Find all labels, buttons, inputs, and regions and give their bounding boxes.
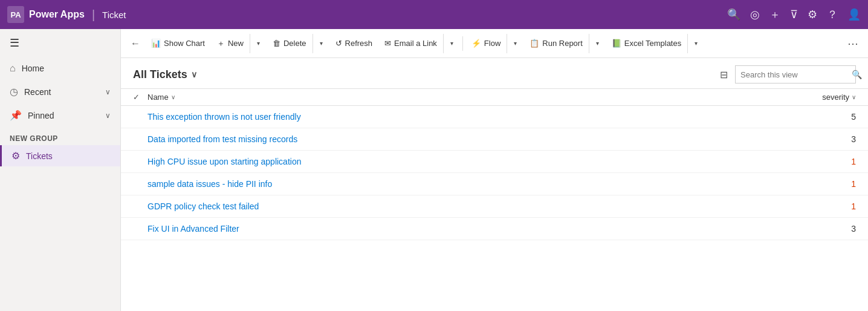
ticket-severity: 5: [783, 112, 856, 122]
flow-label: Flow: [484, 39, 500, 48]
ticket-name-link[interactable]: Fix UI in Advanced Filter: [147, 224, 783, 234]
email-chevron[interactable]: ▾: [443, 34, 460, 53]
search-submit-button[interactable]: 🔍: [847, 70, 867, 79]
sidebar-item-tickets[interactable]: ⚙ Tickets: [0, 145, 120, 166]
help-icon[interactable]: ？: [827, 7, 838, 22]
ticket-severity: 1: [783, 201, 856, 211]
table-row: sample data issues - hide PII info 1: [121, 173, 868, 195]
flow-button[interactable]: ⚡ Flow: [465, 35, 507, 51]
sidebar-item-home[interactable]: ⌂ Home: [0, 57, 120, 80]
home-icon: ⌂: [10, 63, 16, 74]
compass-icon[interactable]: ◎: [750, 8, 760, 21]
table-row: Data imported from test missing records …: [121, 128, 868, 151]
gear-icon[interactable]: ⚙: [808, 8, 817, 21]
tickets-table: ✓ Name ∨ severity ∨ This exception throw…: [121, 89, 868, 311]
severity-sort-icon: ∨: [852, 94, 856, 100]
main-content: ← 📊 Show Chart ＋ New ▾ 🗑 Delete ▾ ↺ Refr…: [121, 29, 868, 311]
check-col-header: ✓: [133, 93, 147, 102]
list-title: All Tickets ∨: [133, 68, 197, 81]
run-report-icon: 📋: [530, 39, 539, 48]
app-body: ☰ ⌂ Home ◷ Recent ∨ 📌 Pinned ∨ New Group…: [0, 29, 868, 311]
ticket-name-link[interactable]: GDPR policy check test failed: [147, 201, 783, 211]
refresh-icon: ↺: [335, 39, 342, 48]
table-column-headers: ✓ Name ∨ severity ∨: [121, 89, 868, 106]
list-filter-icon[interactable]: ⊟: [720, 69, 728, 80]
list-title-text: All Tickets: [133, 68, 187, 81]
email-link-button[interactable]: ✉ Email a Link: [378, 35, 443, 51]
hamburger-menu[interactable]: ☰: [0, 29, 120, 57]
ticket-name-link[interactable]: High CPU issue upon starting application: [147, 157, 783, 166]
home-label: Home: [22, 64, 111, 73]
sidebar-item-pinned[interactable]: 📌 Pinned ∨: [0, 103, 120, 127]
delete-button[interactable]: 🗑 Delete: [267, 35, 313, 51]
recent-icon: ◷: [10, 86, 18, 97]
new-label: New: [228, 39, 244, 48]
cmd-divider-1: [462, 36, 463, 51]
name-sort-icon: ∨: [171, 94, 175, 100]
table-row: This exception thrown is not user friend…: [121, 106, 868, 128]
excel-chevron[interactable]: ▾: [687, 34, 704, 53]
nav-title: Ticket: [102, 10, 126, 20]
delete-chevron[interactable]: ▾: [313, 34, 329, 53]
search-icon[interactable]: 🔍: [727, 8, 740, 21]
pinned-chevron-icon: ∨: [105, 111, 111, 120]
pinned-label: Pinned: [28, 111, 99, 120]
ticket-severity: 1: [783, 179, 856, 189]
show-chart-icon: 📊: [151, 39, 161, 48]
app-brand: PA Power Apps: [7, 6, 85, 23]
ticket-severity: 3: [783, 134, 856, 144]
refresh-label: Refresh: [345, 39, 373, 48]
excel-templates-button[interactable]: 📗 Excel Templates: [606, 35, 687, 51]
filter-icon[interactable]: ⊽: [790, 8, 798, 21]
command-bar: ← 📊 Show Chart ＋ New ▾ 🗑 Delete ▾ ↺ Refr…: [121, 29, 868, 58]
email-link-label: Email a Link: [394, 39, 437, 48]
ticket-name-link[interactable]: This exception thrown is not user friend…: [147, 112, 783, 122]
recent-chevron-icon: ∨: [105, 88, 111, 96]
table-rows-container: This exception thrown is not user friend…: [121, 106, 868, 240]
excel-templates-label: Excel Templates: [624, 39, 681, 48]
user-icon[interactable]: 👤: [847, 8, 861, 21]
back-button[interactable]: ←: [126, 34, 145, 53]
show-chart-label: Show Chart: [164, 39, 205, 48]
new-group-label: New Group: [0, 127, 120, 145]
run-report-chevron[interactable]: ▾: [589, 34, 606, 53]
sidebar-item-recent[interactable]: ◷ Recent ∨: [0, 80, 120, 103]
run-report-label: Run Report: [542, 39, 582, 48]
email-icon: ✉: [384, 39, 391, 48]
nav-icons: 🔍 ◎ ＋ ⊽ ⚙ ？ 👤: [727, 7, 861, 22]
flow-icon: ⚡: [471, 39, 481, 48]
refresh-button[interactable]: ↺ Refresh: [329, 35, 379, 51]
delete-icon: 🗑: [273, 39, 280, 48]
list-header: All Tickets ∨ ⊟ 🔍: [121, 58, 868, 89]
list-title-chevron-icon[interactable]: ∨: [191, 70, 197, 79]
table-row: High CPU issue upon starting application…: [121, 151, 868, 173]
name-col-header[interactable]: Name ∨: [147, 93, 783, 102]
brand-label: Power Apps: [29, 9, 85, 20]
ticket-name-link[interactable]: sample data issues - hide PII info: [147, 179, 783, 189]
new-icon: ＋: [217, 38, 225, 49]
new-button[interactable]: ＋ New: [211, 34, 250, 53]
flow-chevron[interactable]: ▾: [507, 34, 523, 53]
tickets-label: Tickets: [26, 151, 53, 161]
table-row: GDPR policy check test failed 1: [121, 195, 868, 218]
run-report-button[interactable]: 📋 Run Report: [523, 35, 588, 51]
ticket-name-link[interactable]: Data imported from test missing records: [147, 134, 783, 144]
excel-icon: 📗: [612, 39, 621, 48]
top-navigation: PA Power Apps | Ticket 🔍 ◎ ＋ ⊽ ⚙ ？ 👤: [0, 0, 868, 29]
search-box: 🔍: [735, 65, 856, 83]
severity-col-header[interactable]: severity ∨: [783, 93, 856, 102]
delete-label: Delete: [283, 39, 306, 48]
search-input[interactable]: [736, 66, 847, 83]
show-chart-button[interactable]: 📊 Show Chart: [145, 35, 211, 51]
recent-label: Recent: [24, 87, 99, 97]
ticket-severity: 1: [783, 157, 856, 166]
ticket-severity: 3: [783, 224, 856, 234]
nav-divider: |: [92, 8, 95, 22]
pin-icon: 📌: [10, 110, 22, 121]
more-options-button[interactable]: ⋯: [843, 37, 863, 50]
sidebar: ☰ ⌂ Home ◷ Recent ∨ 📌 Pinned ∨ New Group…: [0, 29, 121, 311]
new-chevron[interactable]: ▾: [250, 34, 267, 53]
tickets-icon: ⚙: [11, 150, 20, 162]
power-apps-icon: PA: [7, 6, 24, 23]
plus-icon[interactable]: ＋: [769, 7, 780, 22]
